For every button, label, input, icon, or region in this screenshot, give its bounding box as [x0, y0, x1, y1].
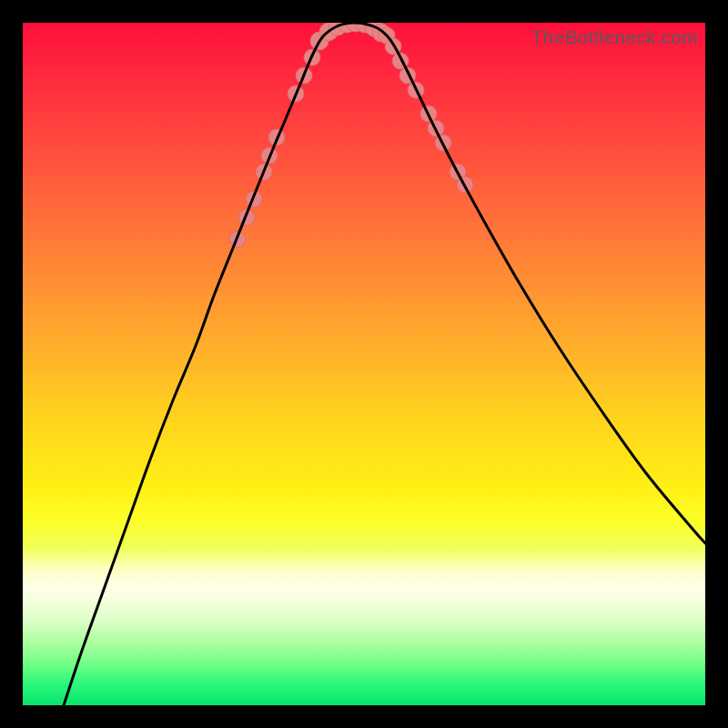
outer-frame: TheBottleneck.com	[0, 0, 728, 728]
right-curve	[350, 23, 705, 543]
chart-svg	[23, 23, 705, 705]
left-curve	[64, 23, 350, 705]
plot-area: TheBottleneck.com	[23, 23, 705, 705]
left-markers	[229, 49, 320, 248]
